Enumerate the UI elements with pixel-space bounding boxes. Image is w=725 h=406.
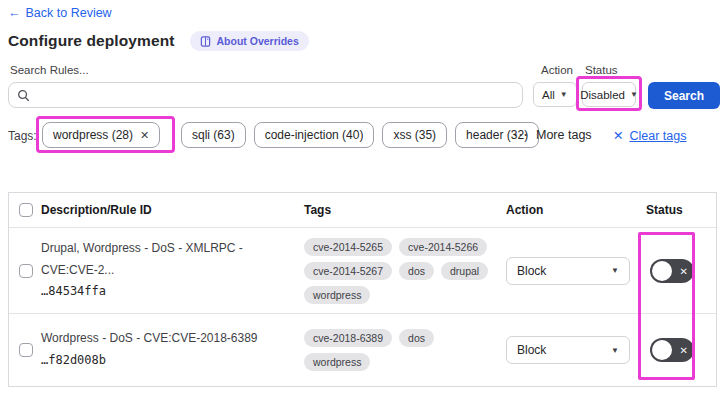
chevron-down-icon: ▼	[560, 90, 568, 99]
tag-pill: dos	[399, 329, 434, 347]
action-select[interactable]: Block ▼	[506, 336, 630, 364]
search-rules-box	[8, 82, 523, 108]
toggle-off-icon: ✕	[680, 345, 688, 356]
status-toggle[interactable]: ✕	[650, 338, 694, 362]
toggle-knob	[652, 261, 672, 281]
row-checkbox[interactable]	[19, 264, 33, 278]
search-icon	[17, 89, 30, 102]
search-rules-label: Search Rules...	[10, 64, 89, 76]
search-button[interactable]: Search	[648, 82, 720, 109]
search-rules-input[interactable]	[36, 88, 514, 102]
title-row: Configure deployment About Overrides	[8, 31, 309, 51]
column-header-tags: Tags	[304, 203, 506, 217]
rule-id: …84534ffa	[41, 281, 290, 303]
rule-description: Drupal, Wordpress - DoS - XMLRPC - CVE:C…	[41, 238, 290, 281]
configure-deployment-page: ← Back to Review Configure deployment Ab…	[0, 0, 725, 406]
ellipsis-icon: ···	[514, 128, 529, 142]
tag-filter-pill[interactable]: xss (35)	[382, 122, 447, 148]
table-row: Drupal, Wordpress - DoS - XMLRPC - CVE:C…	[9, 228, 716, 314]
action-dropdown[interactable]: All ▼	[533, 82, 577, 107]
action-label: Action	[541, 64, 573, 76]
rule-description: Wordpress - DoS - CVE:CVE-2018-6389	[41, 328, 290, 350]
tag-pill: wordpress	[304, 286, 370, 304]
chevron-down-icon: ▼	[611, 266, 619, 275]
select-all-checkbox[interactable]	[19, 203, 33, 217]
toggle-knob	[652, 340, 672, 360]
toggle-off-icon: ✕	[680, 265, 688, 276]
status-label: Status	[585, 64, 618, 76]
status-dropdown-value: Disabled	[580, 89, 625, 101]
remove-tag-icon[interactable]: ✕	[140, 129, 149, 142]
tag-pill: cve-2014-5265	[304, 238, 392, 256]
column-header-description: Description/Rule ID	[41, 203, 304, 217]
tag-pill: cve-2018-6389	[304, 329, 392, 347]
status-dropdown[interactable]: Disabled ▼	[582, 82, 636, 107]
tag-pill: drupal	[441, 262, 488, 280]
tag-pill: cve-2014-5266	[399, 238, 487, 256]
page-title: Configure deployment	[8, 32, 174, 50]
chevron-down-icon: ▼	[611, 346, 619, 355]
tag-filter-list: sqli (63)code-injection (40)xss (35)head…	[181, 122, 539, 148]
tag-pill: cve-2014-5267	[304, 262, 392, 280]
chevron-down-icon: ▼	[630, 90, 638, 99]
action-dropdown-value: All	[542, 89, 555, 101]
document-icon	[200, 36, 211, 47]
about-overrides-label: About Overrides	[216, 35, 298, 47]
action-select[interactable]: Block ▼	[506, 257, 630, 285]
table-header-row: Description/Rule ID Tags Action Status	[9, 193, 716, 228]
tag-pill: wordpress	[304, 353, 370, 371]
tag-filter-pill[interactable]: sqli (63)	[181, 122, 246, 148]
clear-tags-button[interactable]: ✕ Clear tags	[613, 128, 686, 143]
about-overrides-badge[interactable]: About Overrides	[190, 31, 308, 51]
more-tags-button[interactable]: ··· More tags	[514, 128, 592, 142]
more-tags-label: More tags	[536, 128, 592, 142]
selected-tag-wordpress[interactable]: wordpress (28) ✕	[42, 122, 160, 148]
row-checkbox[interactable]	[19, 343, 33, 357]
column-header-action: Action	[506, 203, 646, 217]
rule-id: …f82d008b	[41, 350, 290, 372]
tag-pill: dos	[399, 262, 434, 280]
action-select-value: Block	[517, 264, 546, 278]
tags-label: Tags:	[8, 129, 37, 143]
back-to-review-link[interactable]: ← Back to Review	[8, 6, 112, 20]
rule-tags: cve-2014-5265cve-2014-5266cve-2014-5267d…	[304, 230, 506, 312]
column-header-status: Status	[646, 203, 716, 217]
clear-tags-label: Clear tags	[629, 129, 686, 143]
clear-tags-icon: ✕	[613, 128, 623, 143]
back-arrow-icon: ←	[8, 6, 21, 20]
status-toggle[interactable]: ✕	[650, 259, 694, 283]
rule-tags: cve-2018-6389doswordpress	[304, 321, 506, 379]
selected-tag-label: wordpress (28)	[53, 128, 133, 142]
rules-table: Description/Rule ID Tags Action Status D…	[8, 192, 717, 387]
table-row: Wordpress - DoS - CVE:CVE-2018-6389 …f82…	[9, 314, 716, 386]
tag-filter-pill[interactable]: code-injection (40)	[254, 122, 375, 148]
action-select-value: Block	[517, 343, 546, 357]
back-link-label: Back to Review	[26, 6, 112, 20]
